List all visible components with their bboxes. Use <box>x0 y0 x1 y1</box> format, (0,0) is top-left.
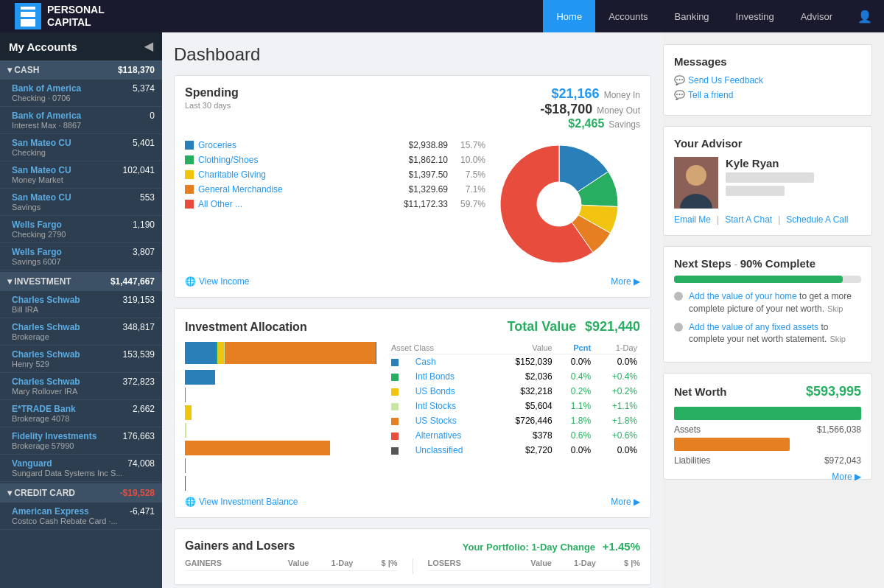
nav-banking[interactable]: Banking <box>662 0 723 32</box>
sidebar-account[interactable]: San Mateo CU 553 Savings <box>0 189 162 216</box>
asset-color-dot <box>391 447 399 455</box>
asset-name[interactable]: Unclassified <box>415 445 463 455</box>
legend-percent: 10.0% <box>452 155 485 165</box>
advisor-title: Your Advisor <box>674 137 861 150</box>
sidebar-account[interactable]: San Mateo CU 5,401 Checking <box>0 134 162 161</box>
asset-name[interactable]: Alternatives <box>415 430 462 441</box>
asset-dot-cell <box>388 428 413 443</box>
asset-color-dot <box>391 359 399 366</box>
legend-category-name[interactable]: Charitable Giving <box>198 169 385 180</box>
sidebar-account[interactable]: Fidelity Investments 176,663 Brokerage 5… <box>0 427 162 455</box>
sidebar-account[interactable]: Wells Fargo 1,190 Checking 2790 <box>0 216 162 243</box>
account-name: American Express <box>12 506 89 517</box>
investment-table-row: Unclassified $2,720 0.0% 0.0% <box>388 443 640 458</box>
losers-pct-header: $ |% <box>596 559 640 567</box>
account-sub: Costco Cash Rebate Card ·... <box>12 517 155 525</box>
skip-2[interactable]: Skip <box>829 335 845 343</box>
view-balance-link[interactable]: 🌐View Investment Balance <box>185 497 298 507</box>
nav-home[interactable]: Home <box>543 0 595 32</box>
individual-bar-segment <box>185 388 186 402</box>
account-value: 153,539 <box>123 349 155 360</box>
account-value: 3,807 <box>133 247 155 257</box>
individual-bar-segment <box>185 441 330 455</box>
add-fixed-assets-link[interactable]: Add the value of any fixed assets <box>689 322 818 332</box>
section-total: -$19,528 <box>120 488 155 498</box>
progress-bar-fill <box>674 276 843 283</box>
dashboard-title: Dashboard <box>174 44 651 65</box>
asset-name-cell: US Bonds <box>413 384 492 399</box>
sidebar-sections: ▾ Cash $118,370 Bank of America 5,374 Ch… <box>0 60 162 530</box>
spending-subtitle: Last 30 days <box>185 101 239 110</box>
add-home-value-link[interactable]: Add the value of your home <box>689 291 797 301</box>
sidebar-account[interactable]: Bank of America 0 Interest Max · 8867 <box>0 107 162 134</box>
sidebar-account[interactable]: American Express -6,471 Costco Cash Reba… <box>0 503 162 530</box>
nav-investing[interactable]: Investing <box>723 0 787 32</box>
section-header-credit card[interactable]: ▾ Credit Card -$19,528 <box>0 483 162 503</box>
section-header-investment[interactable]: ▾ Investment $1,447,667 <box>0 272 162 291</box>
spending-more-link[interactable]: More ▶ <box>611 276 640 287</box>
asset-value: $152,039 <box>492 354 555 370</box>
account-name: Wells Fargo <box>12 247 62 257</box>
legend-value: $11,172.33 <box>389 199 448 209</box>
sidebar-account[interactable]: Charles Schwab 319,153 Bill IRA <box>0 291 162 318</box>
account-name: Vanguard <box>12 458 52 469</box>
account-sub: Savings <box>12 203 155 211</box>
legend-category-name[interactable]: All Other ... <box>198 199 385 209</box>
asset-name[interactable]: Intl Bonds <box>415 371 455 382</box>
next-steps-title-text: Next Steps - 90% Complete <box>674 257 815 270</box>
gainers-day-header: 1-Day <box>309 559 354 567</box>
sidebar-account[interactable]: San Mateo CU 102,041 Money Market <box>0 161 162 189</box>
sidebar-account[interactable]: Charles Schwab 348,817 Brokerage <box>0 318 162 346</box>
net-worth-more-link[interactable]: More ▶ <box>832 472 861 482</box>
legend-row: All Other ... $11,172.33 59.7% <box>185 197 485 211</box>
asset-name[interactable]: US Bonds <box>415 386 455 396</box>
legend-category-name[interactable]: General Merchandise <box>198 184 385 195</box>
asset-name[interactable]: US Stocks <box>415 416 457 426</box>
sidebar-account[interactable]: Wells Fargo 3,807 Savings 6007 <box>0 243 162 270</box>
sidebar-account[interactable]: Charles Schwab 372,823 Mary Rollover IRA <box>0 373 162 400</box>
investment-more-link[interactable]: More ▶ <box>611 497 640 507</box>
tell-friend-link[interactable]: 💬 Tell a friend <box>674 90 861 100</box>
next-steps-card: Next Steps - 90% Complete Add the value … <box>663 246 872 363</box>
sidebar-account[interactable]: Vanguard 74,008 Sungard Data Systems Inc… <box>0 455 162 482</box>
section-header-cash[interactable]: ▾ Cash $118,370 <box>0 60 162 80</box>
sidebar-account[interactable]: Bank of America 5,374 Checking · 0706 <box>0 80 162 107</box>
individual-bar-segment <box>185 370 215 385</box>
user-icon[interactable]: 👤 <box>846 10 884 24</box>
nav-accounts[interactable]: Accounts <box>595 0 661 32</box>
investment-title: Investment Allocation <box>185 321 307 334</box>
svg-rect-3 <box>689 178 704 183</box>
asset-day: +1.8% <box>594 413 640 428</box>
asset-value: $5,604 <box>492 399 555 413</box>
section-name: ▾ Investment <box>7 276 71 287</box>
asset-name[interactable]: Intl Stocks <box>415 401 456 411</box>
start-chat-link[interactable]: Start A Chat <box>725 214 772 225</box>
asset-pcnt: 0.0% <box>555 443 594 458</box>
messages-card: Messages 💬 Send Us Feedback 💬 Tell a fri… <box>663 44 872 116</box>
sidebar-account[interactable]: E*TRADE Bank 2,662 Brokerage 4078 <box>0 400 162 427</box>
asset-color-dot <box>391 374 399 381</box>
send-feedback-link[interactable]: 💬 Send Us Feedback <box>674 75 861 85</box>
asset-name[interactable]: Cash <box>415 357 436 367</box>
skip-1[interactable]: Skip <box>827 304 843 313</box>
sidebar-collapse-btn[interactable]: ◀ <box>144 40 153 53</box>
spending-title: Spending <box>185 86 239 99</box>
schedule-call-link[interactable]: Schedule A Call <box>786 214 848 225</box>
nav-advisor[interactable]: Advisor <box>787 0 846 32</box>
top-nav: PERSONAL CAPITAL Home Accounts Banking I… <box>0 0 884 32</box>
sidebar-account[interactable]: Charles Schwab 153,539 Henry 529 <box>0 346 162 373</box>
legend-row: Clothing/Shoes $1,862.10 10.0% <box>185 153 485 167</box>
view-income-link[interactable]: 🌐View Income <box>185 276 249 287</box>
investment-table-row: Intl Stocks $5,604 1.1% +1.1% <box>388 399 640 413</box>
asset-pcnt: 1.8% <box>555 413 594 428</box>
individual-bar-row <box>185 388 376 402</box>
legend-category-name[interactable]: Clothing/Shoes <box>198 155 385 165</box>
asset-value: $378 <box>492 428 555 443</box>
asset-dot-cell <box>388 354 413 370</box>
investment-total: Total Value $921,440 <box>502 319 640 335</box>
investment-table-row: Cash $152,039 0.0% 0.0% <box>388 354 640 370</box>
legend-category-name[interactable]: Groceries <box>198 140 385 150</box>
asset-value: $726,446 <box>492 413 555 428</box>
account-value: 348,817 <box>123 322 155 332</box>
email-advisor-link[interactable]: Email Me <box>674 214 711 225</box>
